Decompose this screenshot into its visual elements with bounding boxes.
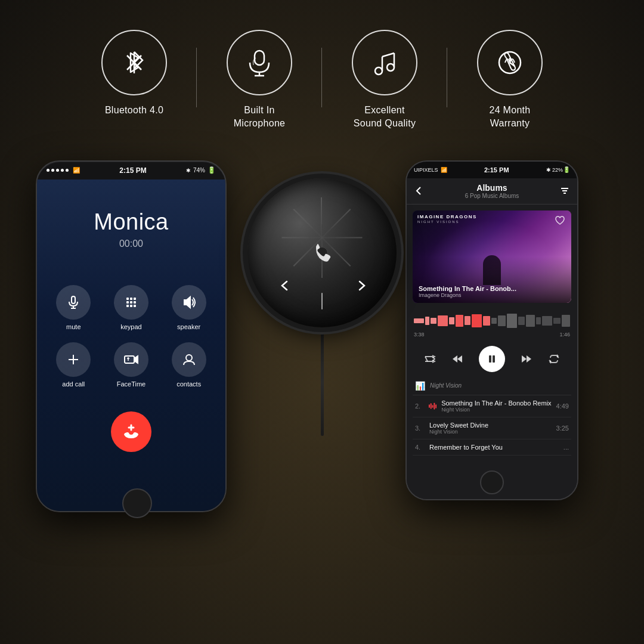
song-album-2: Night Vision	[441, 407, 551, 413]
keypad-label: keypad	[120, 323, 141, 330]
right-phone-provider: UIPIXELS	[414, 167, 438, 173]
time-remaining: 1:46	[559, 332, 570, 338]
svg-rect-16	[134, 298, 136, 300]
svg-marker-37	[453, 355, 457, 363]
feature-microphone-label: Built InMicrophone	[234, 104, 286, 131]
battery-icon: 🔋	[208, 166, 216, 174]
song-playing-indicator[interactable]: 📊 Night Vision	[413, 377, 571, 395]
bluetooth-icon-circle	[101, 30, 167, 95]
song-number-4: 4.	[415, 444, 425, 451]
features-bar: Bluetooth 4.0 Built InMicrophone	[0, 0, 644, 131]
microphone-icon	[244, 47, 275, 78]
aux-cable	[321, 329, 324, 436]
main-section: 📶 2:15 PM ✱ 74% 🔋 Monica 00:00	[0, 131, 644, 518]
svg-rect-21	[130, 305, 132, 307]
wifi-icon: 📶	[73, 167, 80, 174]
filter-icon[interactable]	[559, 185, 570, 196]
svg-marker-38	[457, 355, 462, 363]
heart-icon[interactable]	[555, 215, 565, 228]
feature-sound-label: ExcellentSound Quality	[354, 104, 416, 131]
time-elapsed: 3:38	[414, 332, 425, 338]
right-phone-home-button[interactable]	[480, 470, 504, 494]
signal-dot-3	[56, 169, 59, 172]
left-phone-signal: 📶	[47, 167, 80, 174]
album-art-section: IMAGINE DRAGONS NIGHT VISIONS Something …	[407, 205, 577, 309]
svg-rect-47	[435, 404, 436, 408]
add-call-button[interactable]: add call	[51, 342, 97, 388]
albums-subtitle: 6 Pop Music Albums	[465, 193, 519, 199]
right-phone-battery: 22%	[552, 167, 563, 173]
left-phone-home-button[interactable]	[122, 488, 152, 518]
right-phone: UIPIXELS 📶 2:15 PM ✱ 22% 🔋 Albums	[405, 160, 608, 518]
song-item-2[interactable]: 2. Something In The Air - Bonobo Remix	[413, 395, 571, 417]
svg-rect-0	[255, 51, 264, 65]
rewind-button[interactable]	[451, 352, 464, 366]
right-phone-status-bar: UIPIXELS 📶 2:15 PM ✱ 22% 🔋	[407, 162, 577, 178]
signal-dot-5	[66, 169, 69, 172]
song-duration-3: 3:25	[556, 425, 569, 432]
svg-rect-40	[493, 355, 495, 363]
center-bluetooth-device	[239, 143, 405, 436]
song-title-2: Something In The Air - Bonobo Remix	[441, 400, 551, 407]
song-title-4: Remember to Forget You	[429, 444, 559, 451]
right-phone-frame: UIPIXELS 📶 2:15 PM ✱ 22% 🔋 Albums	[405, 160, 578, 500]
playing-wave-icon: 📊	[415, 381, 425, 391]
speaker-label: speaker	[177, 323, 200, 330]
svg-rect-45	[432, 405, 434, 408]
band-name: IMAGINE DRAGONS NIGHT VISIONS	[417, 214, 477, 224]
svg-rect-44	[431, 403, 432, 408]
repeat-button[interactable]	[548, 353, 560, 365]
svg-marker-41	[522, 355, 527, 363]
song-duration-4: ...	[564, 444, 569, 451]
right-phone-battery-icon: 🔋	[563, 166, 570, 173]
back-icon[interactable]	[414, 185, 425, 196]
now-playing-hint: Night Vision	[430, 382, 569, 389]
song-album-3: Night Vision	[429, 429, 552, 435]
mute-button[interactable]: mute	[51, 285, 97, 330]
left-phone-frame: 📶 2:15 PM ✱ 74% 🔋 Monica 00:00	[36, 160, 227, 512]
forward-button[interactable]	[520, 352, 533, 366]
knob-arrow-right	[355, 279, 368, 295]
song-number-3: 3.	[415, 425, 425, 432]
bluetooth-knob[interactable]	[247, 178, 397, 327]
facetime-icon	[123, 352, 139, 367]
sound-icon-circle	[352, 30, 417, 95]
signal-dot-2	[51, 169, 54, 172]
waveform-played	[414, 318, 424, 323]
main-content: Bluetooth 4.0 Built InMicrophone	[0, 0, 644, 644]
album-art-text: Something In The Air - Bonob... Imagene …	[413, 280, 522, 303]
left-phone-status-bar: 📶 2:15 PM ✱ 74% 🔋	[37, 162, 225, 179]
music-screen: UIPIXELS 📶 2:15 PM ✱ 22% 🔋 Albums	[407, 162, 577, 499]
facetime-button[interactable]: FaceTime	[109, 342, 154, 388]
svg-rect-17	[126, 301, 129, 304]
music-header: Albums 6 Pop Music Albums	[407, 178, 577, 205]
album-art: IMAGINE DRAGONS NIGHT VISIONS Something …	[413, 210, 571, 303]
right-phone-wifi: 📶	[441, 167, 447, 173]
shuffle-button[interactable]	[424, 353, 436, 365]
knob-arrow-left	[278, 279, 292, 295]
speaker-icon	[181, 295, 197, 310]
svg-rect-46	[434, 402, 435, 409]
waveform[interactable]	[414, 312, 570, 329]
keypad-button[interactable]: keypad	[109, 285, 154, 330]
now-playing-title: Something In The Air - Bonob...	[419, 285, 516, 292]
caller-name: Monica	[94, 209, 169, 235]
feature-warranty-label: 24 MonthWarranty	[489, 104, 530, 131]
left-phone: 📶 2:15 PM ✱ 74% 🔋 Monica 00:00	[36, 160, 239, 518]
song-title-3: Lovely Sweet Divine	[429, 422, 552, 429]
svg-rect-22	[134, 305, 136, 307]
svg-point-3	[375, 67, 382, 75]
albums-title-text: Albums	[465, 183, 519, 193]
svg-rect-39	[489, 355, 491, 363]
end-call-button[interactable]	[111, 411, 151, 452]
right-phone-bluetooth-icon: ✱	[546, 167, 551, 173]
song-duration-2: 4:49	[556, 402, 569, 410]
speaker-button[interactable]: speaker	[166, 285, 212, 330]
pause-button[interactable]	[479, 346, 505, 372]
left-phone-battery-area: ✱ 74% 🔋	[186, 166, 216, 174]
call-duration: 00:00	[119, 239, 143, 249]
song-item-4[interactable]: 4. Remember to Forget You ...	[413, 439, 571, 456]
song-item-3[interactable]: 3. Lovely Sweet Divine Night Vision 3:25	[413, 417, 571, 439]
contacts-button[interactable]: contacts	[166, 342, 212, 388]
svg-rect-18	[130, 301, 132, 304]
